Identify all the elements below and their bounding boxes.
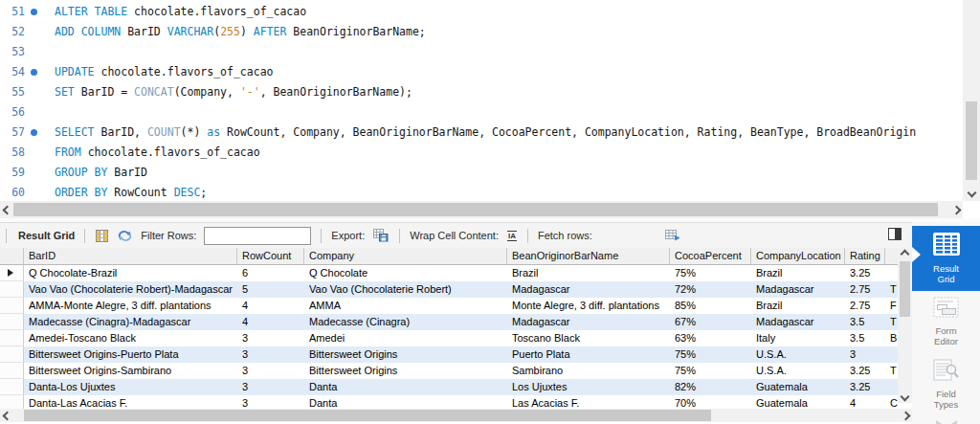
table-cell[interactable]: AMMA-Monte Alegre, 3 diff. plantations	[24, 298, 237, 314]
table-cell[interactable]: 3.25	[845, 363, 885, 379]
column-header-rowcount[interactable]: RowCount	[237, 248, 304, 265]
table-cell[interactable]: U.S.A.	[751, 346, 845, 363]
table-cell[interactable]: 3	[237, 346, 304, 363]
code-line[interactable]: 55SET BarID = CONCAT(Company, '-', BeanO…	[0, 82, 963, 102]
sidebar-button-result-grid[interactable]: Result Grid	[912, 226, 980, 291]
code-line[interactable]: 54UPDATE chocolate.flavors_of_cacao	[0, 62, 963, 82]
fetch-rows-icon[interactable]	[665, 230, 681, 242]
scroll-down-button[interactable]	[963, 186, 980, 199]
column-header-rating[interactable]: Rating	[845, 248, 885, 265]
grid-vertical-scrollbar[interactable]	[898, 248, 912, 403]
table-cell[interactable]: Q Chocolate	[304, 265, 507, 281]
table-cell[interactable]: Italy	[751, 330, 845, 346]
table-cell[interactable]: 75%	[670, 363, 751, 379]
table-cell[interactable]: 5	[237, 281, 304, 298]
table-cell[interactable]: 3	[237, 379, 304, 395]
refresh-icon[interactable]	[118, 230, 132, 242]
column-header-barid[interactable]: BarID	[24, 248, 237, 265]
table-cell[interactable]: Bittersweet Origins	[304, 363, 507, 379]
table-cell[interactable]: 4	[237, 298, 304, 314]
scrollbar-thumb[interactable]	[13, 203, 938, 216]
table-row[interactable]: Amedei-Toscano Black3AmedeiToscano Black…	[0, 330, 912, 346]
table-cell[interactable]: Puerto Plata	[507, 346, 670, 363]
table-cell[interactable]: Danta-Los Ujuxtes	[24, 379, 237, 395]
table-cell[interactable]: Madagascar	[751, 281, 845, 298]
grid-horizontal-scrollbar[interactable]	[0, 409, 912, 422]
table-row[interactable]: Danta-Los Ujuxtes3DantaLos Ujuxtes82%Gua…	[0, 379, 912, 395]
select-all-corner[interactable]	[0, 248, 24, 265]
table-cell[interactable]: 75%	[670, 346, 751, 363]
table-cell[interactable]: 3.25	[845, 265, 885, 281]
table-cell[interactable]: Vao Vao (Chocolaterie Robert)	[304, 281, 507, 298]
table-cell[interactable]: Madecasse (Cinagra)	[304, 314, 507, 330]
code-line[interactable]: 59GROUP BY BarID	[0, 163, 963, 183]
scroll-up-button[interactable]	[898, 248, 912, 260]
table-cell[interactable]: 4	[237, 314, 304, 330]
table-row[interactable]: Bittersweet Origins-Sambirano3Bitterswee…	[0, 363, 912, 379]
grid-columns-icon[interactable]	[96, 230, 108, 242]
row-selector[interactable]	[0, 363, 24, 379]
row-selector[interactable]	[0, 346, 24, 363]
table-cell[interactable]: 3	[237, 363, 304, 379]
table-cell[interactable]: 2.75	[845, 281, 885, 298]
table-cell[interactable]: 3.5	[845, 330, 885, 346]
table-cell[interactable]: Q Chocolate-Brazil	[24, 265, 237, 281]
table-cell[interactable]: 3.25	[845, 379, 885, 395]
editor-horizontal-scrollbar[interactable]	[0, 201, 963, 218]
scroll-down-button[interactable]	[898, 391, 912, 403]
table-cell[interactable]: Amedei	[304, 330, 507, 346]
table-cell[interactable]: Danta	[304, 379, 507, 395]
scrollbar-thumb[interactable]	[24, 410, 711, 421]
table-cell[interactable]: Vao Vao (Chocolaterie Robert)-Madagascar	[24, 281, 237, 298]
table-cell[interactable]: Guatemala	[751, 379, 845, 395]
table-cell[interactable]: Brazil	[751, 298, 845, 314]
table-cell[interactable]: Bittersweet Origins	[304, 346, 507, 363]
sidebar-button-form-editor[interactable]: Form Editor	[912, 291, 980, 353]
table-cell[interactable]: AMMA	[304, 298, 507, 314]
table-cell[interactable]: 72%	[670, 281, 751, 298]
table-cell[interactable]: 85%	[670, 298, 751, 314]
code-line[interactable]: 52ADD COLUMN BarID VARCHAR(255) AFTER Be…	[0, 22, 963, 42]
table-cell[interactable]: Toscano Black	[507, 330, 670, 346]
row-selector[interactable]	[0, 379, 24, 395]
row-selector[interactable]	[0, 330, 24, 346]
code-line[interactable]: 56	[0, 102, 963, 123]
table-cell[interactable]: 67%	[670, 314, 751, 330]
table-cell[interactable]: 75%	[670, 265, 751, 281]
column-header-cocoapercent[interactable]: CocoaPercent	[670, 248, 751, 265]
sidebar-button-field-types[interactable]: Field Types	[912, 353, 980, 416]
table-cell[interactable]: Bittersweet Origins-Sambirano	[24, 363, 237, 379]
collapse-chevron-icon[interactable]	[912, 418, 980, 424]
table-row[interactable]: Vao Vao (Chocolaterie Robert)-Madagascar…	[0, 281, 912, 298]
scrollbar-thumb[interactable]	[966, 101, 977, 180]
table-cell[interactable]: Bittersweet Origins-Puerto Plata	[24, 346, 237, 363]
scroll-left-button[interactable]	[0, 409, 13, 422]
table-cell[interactable]: Brazil	[507, 265, 670, 281]
table-cell[interactable]: Amedei-Toscano Black	[24, 330, 237, 346]
code-line[interactable]: 51ALTER TABLE chocolate.flavors_of_cacao	[0, 2, 963, 22]
table-row[interactable]: Madecasse (Cinagra)-Madagascar4Madecasse…	[0, 314, 912, 330]
column-header-companylocation[interactable]: CompanyLocation	[751, 248, 845, 265]
table-row[interactable]: Q Chocolate-Brazil6Q ChocolateBrazil75%B…	[0, 265, 912, 281]
table-cell[interactable]: Sambirano	[507, 363, 670, 379]
scroll-right-button[interactable]	[949, 201, 963, 218]
column-header-company[interactable]: Company	[304, 248, 507, 265]
column-header-beanoriginorbarname[interactable]: BeanOriginorBarName	[507, 248, 670, 265]
table-row[interactable]: AMMA-Monte Alegre, 3 diff. plantations4A…	[0, 298, 912, 314]
table-cell[interactable]: 3.5	[845, 314, 885, 330]
scroll-right-button[interactable]	[899, 409, 912, 422]
editor-vertical-scrollbar[interactable]	[963, 0, 980, 201]
table-cell[interactable]: Madecasse (Cinagra)-Madagascar	[24, 314, 237, 330]
sql-editor[interactable]: 51ALTER TABLE chocolate.flavors_of_cacao…	[0, 0, 963, 201]
table-cell[interactable]: Madagascar	[507, 314, 670, 330]
table-row[interactable]: Bittersweet Origins-Puerto Plata3Bitters…	[0, 346, 912, 363]
table-cell[interactable]: 2.75	[845, 298, 885, 314]
panel-toggle-icon[interactable]	[888, 228, 902, 240]
code-line[interactable]: 60ORDER BY RowCount DESC;	[0, 183, 963, 201]
code-line[interactable]: 53	[0, 42, 963, 62]
code-line[interactable]: 58FROM chocolate.flavors_of_cacao	[0, 143, 963, 163]
table-cell[interactable]: Brazil	[751, 265, 845, 281]
table-cell[interactable]: Monte Alegre, 3 diff. plantations	[507, 298, 670, 314]
row-selector[interactable]	[0, 298, 24, 314]
table-cell[interactable]: Los Ujuxtes	[507, 379, 670, 395]
